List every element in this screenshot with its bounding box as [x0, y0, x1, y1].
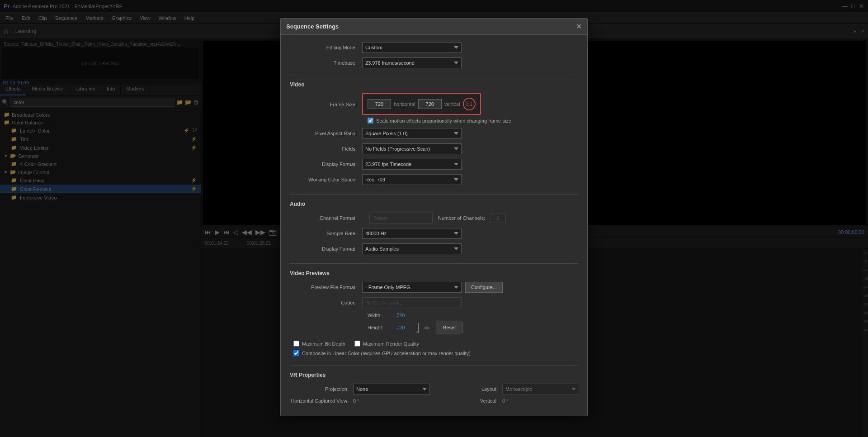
max-render-quality-label[interactable]: Maximum Render Quality: [354, 341, 419, 347]
fields-label: Fields:: [290, 146, 362, 152]
horizontal-captured-value: 0 °: [353, 398, 359, 404]
divider-3: [290, 263, 578, 264]
horizontal-captured-label: Horizontal Captured View:: [290, 398, 353, 404]
vr-grid: Projection: None Horizontal Captured Vie…: [290, 384, 578, 407]
projection-label: Projection:: [290, 386, 353, 392]
height-label: Height:: [368, 325, 393, 330]
audio-section: Audio Channel Format: Number of Channels…: [290, 201, 578, 254]
bracket-icon: ⌋: [415, 322, 420, 333]
timebase-select[interactable]: 23.976 frames/second: [362, 57, 462, 68]
editing-mode-select[interactable]: Custom: [362, 42, 462, 53]
dialog-body: Editing Mode: Custom Timebase: 23.976 fr…: [281, 35, 587, 416]
frame-size-label: Frame Size:: [290, 102, 362, 107]
dialog-title: Sequence Settings: [286, 23, 339, 30]
video-section: Video Frame Size: horizontal vertical 1:…: [290, 81, 578, 185]
max-render-quality-text: Maximum Render Quality: [363, 341, 419, 347]
sample-rate-label: Sample Rate:: [290, 231, 362, 236]
working-color-select[interactable]: Rec. 709: [362, 174, 462, 185]
audio-display-format-select[interactable]: Audio Samples: [362, 243, 462, 254]
bitdepth-row: Maximum Bit Depth Maximum Render Quality: [290, 341, 578, 347]
dialog-header: Sequence Settings ✕: [281, 19, 587, 35]
layout-label: Layout:: [439, 386, 502, 392]
composite-label[interactable]: Composite in Linear Color (requires GPU …: [293, 350, 471, 356]
display-format-select[interactable]: 23.976 fps Timecode: [362, 159, 462, 170]
width-label: Width:: [368, 313, 393, 318]
link-icon: ∞: [424, 324, 429, 331]
divider-4: [290, 365, 578, 366]
max-render-quality-checkbox[interactable]: [354, 341, 360, 347]
audio-display-format-row: Display Format: Audio Samples: [290, 243, 578, 254]
frame-size-vertical-input[interactable]: [418, 99, 442, 109]
audio-display-format-label: Display Format:: [290, 246, 362, 252]
reset-button[interactable]: Reset: [436, 322, 462, 333]
composite-checkbox[interactable]: [293, 350, 299, 356]
height-value: 720: [396, 325, 405, 330]
modal-overlay: Sequence Settings ✕ Editing Mode: Custom…: [0, 0, 868, 437]
layout-row: Layout: Monoscopic: [439, 384, 579, 394]
scale-motion-row: Scale motion effects proportionally when…: [290, 118, 578, 124]
vr-col-right: Layout: Monoscopic Vertical: 0 °: [439, 384, 579, 407]
projection-select[interactable]: None: [353, 384, 430, 394]
codec-input: [362, 297, 462, 308]
video-previews-title: Video Previews: [290, 270, 578, 276]
configure-button[interactable]: Configure...: [465, 282, 503, 293]
sequence-settings-dialog: Sequence Settings ✕ Editing Mode: Custom…: [280, 18, 588, 416]
channel-format-input: [369, 213, 433, 223]
horizontal-label: horizontal: [394, 101, 415, 107]
display-format-label: Display Format:: [290, 162, 362, 167]
vertical-label: vertical: [444, 101, 460, 107]
video-section-title: Video: [290, 81, 578, 88]
vr-col-left: Projection: None Horizontal Captured Vie…: [290, 384, 430, 407]
pixel-aspect-label: Pixel Aspect Ratio:: [290, 131, 362, 136]
ratio-button[interactable]: 1:1: [463, 98, 476, 110]
composite-text: Composite in Linear Color (requires GPU …: [302, 351, 471, 356]
num-channels-input: [491, 213, 506, 223]
divider-1: [290, 75, 578, 75]
max-bit-depth-text: Maximum Bit Depth: [302, 341, 345, 347]
scale-motion-label: Scale motion effects proportionally when…: [376, 118, 511, 124]
composite-row: Composite in Linear Color (requires GPU …: [290, 350, 578, 356]
max-bit-depth-checkbox[interactable]: [293, 341, 299, 347]
audio-section-title: Audio: [290, 201, 578, 207]
scale-motion-checkbox[interactable]: [368, 118, 373, 124]
codec-row: Codec:: [290, 297, 578, 308]
pixel-aspect-row: Pixel Aspect Ratio: Square Pixels (1.0): [290, 128, 578, 139]
horizontal-captured-row: Horizontal Captured View: 0 °: [290, 398, 430, 404]
sample-rate-row: Sample Rate: 48000 Hz: [290, 228, 578, 239]
vr-properties-section: VR Properties Projection: None Horizonta…: [290, 372, 578, 407]
display-format-row: Display Format: 23.976 fps Timecode: [290, 159, 578, 170]
vr-section-title: VR Properties: [290, 372, 578, 378]
working-color-row: Working Color Space: Rec. 709: [290, 174, 578, 185]
width-row: Width: 720: [368, 313, 578, 318]
working-color-label: Working Color Space:: [290, 177, 362, 182]
codec-label: Codec:: [290, 300, 362, 305]
frame-size-horizontal-input[interactable]: [368, 99, 391, 109]
frame-size-container: horizontal vertical 1:1: [362, 93, 481, 115]
vertical-row: Vertical: 0 °: [439, 398, 579, 404]
fields-row: Fields: No Fields (Progressive Scan): [290, 143, 578, 154]
channel-format-label: Channel Format:: [290, 215, 362, 221]
height-row: Height: 720 ⌋ ∞ Reset: [368, 322, 578, 333]
fields-select[interactable]: No Fields (Progressive Scan): [362, 143, 462, 154]
timebase-row: Timebase: 23.976 frames/second: [290, 57, 578, 68]
projection-row: Projection: None: [290, 384, 430, 394]
preview-file-format-select[interactable]: I-Frame Only MPEG: [362, 282, 462, 293]
video-previews-section: Video Previews Preview File Format: I-Fr…: [290, 270, 578, 356]
editing-mode-label: Editing Mode:: [290, 45, 362, 50]
layout-select[interactable]: Monoscopic: [502, 384, 579, 394]
preview-file-format-row: Preview File Format: I-Frame Only MPEG C…: [290, 282, 578, 293]
vertical-value: 0 °: [502, 398, 509, 404]
num-channels-label: Number of Channels:: [438, 215, 485, 221]
channel-format-row: Channel Format: Number of Channels:: [290, 213, 578, 223]
sample-rate-select[interactable]: 48000 Hz: [362, 228, 462, 239]
timebase-label: Timebase:: [290, 60, 362, 66]
divider-2: [290, 194, 578, 195]
max-bit-depth-label[interactable]: Maximum Bit Depth: [293, 341, 345, 347]
vertical-label: Vertical:: [439, 398, 502, 404]
editing-mode-row: Editing Mode: Custom: [290, 42, 578, 53]
width-value: 720: [396, 313, 405, 318]
pixel-aspect-select[interactable]: Square Pixels (1.0): [362, 128, 462, 139]
preview-file-format-label: Preview File Format:: [290, 285, 362, 290]
dialog-close-button[interactable]: ✕: [576, 22, 582, 31]
